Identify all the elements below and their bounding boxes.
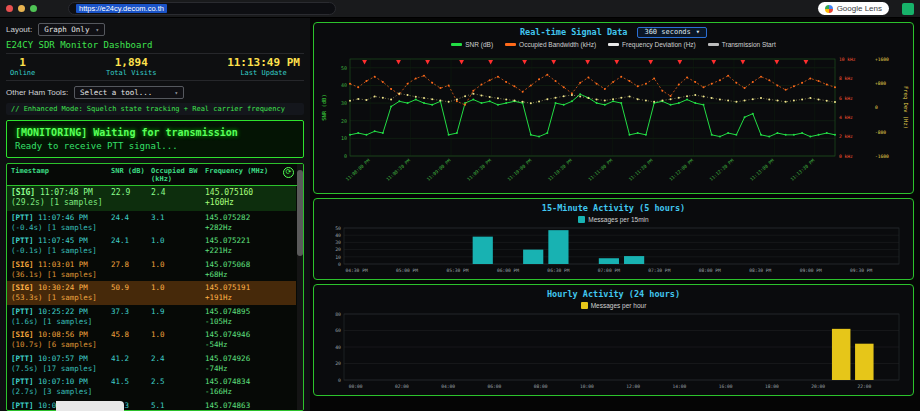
cell-frequency: 145.074946-54Hz [205, 330, 292, 350]
svg-text:11:12:30 PM: 11:12:30 PM [709, 158, 735, 182]
svg-text:60: 60 [335, 328, 341, 333]
stat-online: 1 Online [10, 57, 35, 77]
cell-snr: 50.9 [111, 283, 151, 303]
extension-icon[interactable] [902, 3, 914, 15]
legend-item[interactable]: Occupied Bandwidth (kHz) [505, 41, 596, 48]
signal-time: 10:08:56 PM [34, 330, 88, 339]
header-snr: SNR (dB) [111, 167, 151, 183]
legend-label: Frequency Deviation (Hz) [622, 41, 696, 48]
table-row[interactable]: [PTT] 10:07:10 PM(2.7s) [3 samples] 41.5… [7, 375, 296, 399]
legend-swatch [581, 302, 588, 309]
svg-text:11:11:00 PM: 11:11:00 PM [587, 158, 613, 182]
svg-text:10:00: 10:00 [580, 384, 594, 389]
hourly-activity-chart: 02040608000:0002:0004:0006:0008:0010:001… [318, 310, 909, 392]
chevron-down-icon: ▾ [95, 26, 99, 33]
frequency-value: 145.074946 [205, 330, 292, 340]
table-body: [SIG] 11:07:48 PM(29.2s) [1 samples] 22.… [7, 186, 303, 411]
signal-tag: [SIG] [11, 283, 34, 292]
table-scrollbar[interactable] [297, 164, 303, 410]
cell-timestamp: [PTT] 10:25:22 PM(1.6s) [1 samples] [11, 307, 111, 327]
signal-time: 11:07:48 PM [35, 188, 93, 197]
frequency-offset: +221Hz [205, 246, 292, 256]
svg-text:10 kHz: 10 kHz [839, 57, 856, 62]
svg-text:06:00: 06:00 [487, 384, 501, 389]
svg-text:20: 20 [335, 361, 341, 366]
window-maximize-icon[interactable] [30, 5, 37, 12]
cell-snr: 24.1 [111, 236, 151, 256]
cell-bw: 3.1 [151, 213, 205, 233]
legend-swatch [578, 216, 585, 223]
cell-frequency: 145.075160+160Hz [205, 188, 292, 209]
frequency-offset: -166Hz [205, 387, 292, 397]
header-occupied-bw: Occupied BW (kHz) [151, 167, 205, 183]
svg-text:07:00 PM: 07:00 PM [598, 268, 620, 273]
browser-toolbar: https://e24cy.decom.co.th Google Lens [0, 0, 920, 18]
table-row[interactable]: [PTT] 10:25:22 PM(1.6s) [1 samples] 37.3… [7, 305, 296, 329]
tools-select[interactable]: Select a tool... ▾ [74, 86, 184, 99]
signal-tag: [PTT] [11, 307, 34, 316]
svg-text:+800: +800 [875, 81, 886, 86]
svg-text:+1600: +1600 [875, 57, 889, 62]
svg-text:11:09:30 PM: 11:09:30 PM [466, 158, 492, 182]
frequency-offset: +282Hz [205, 223, 292, 233]
legend-item[interactable]: Frequency Deviation (Hz) [608, 41, 696, 48]
table-row[interactable]: [PTT] 11:07:45 PM(-0.1s) [1 samples] 24.… [7, 234, 296, 258]
signal-duration: (10.7s) [6 samples] [11, 340, 111, 350]
monitoring-status-line2: Ready to receive PTT signal... [15, 141, 295, 151]
stat-total-visits-value: 1,894 [106, 57, 157, 69]
legend-label: Transmission Start [722, 41, 776, 48]
layout-select[interactable]: Graph Only ▾ [38, 23, 105, 36]
frequency-offset: +68Hz [205, 270, 292, 280]
signal-tag: [SIG] [11, 330, 34, 339]
fifteen-min-chart-title: 15-Minute Activity (5 hours) [542, 203, 685, 213]
table-row[interactable]: [PTT] 10:06:45 PM(5.6s) [1 samples] 45.3… [7, 399, 296, 411]
cell-snr: 45.8 [111, 330, 151, 350]
table-row[interactable]: [SIG] 10:08:56 PM(10.7s) [6 samples] 45.… [7, 328, 296, 352]
table-header: Timestamp SNR (dB) Occupied BW (kHz) Fre… [7, 164, 303, 186]
signal-tag: [PTT] [11, 377, 34, 386]
svg-text:08:00: 08:00 [534, 384, 548, 389]
svg-text:22:00: 22:00 [857, 384, 871, 389]
svg-text:05:00 PM: 05:00 PM [396, 268, 418, 273]
legend-item[interactable]: SNR (dB) [451, 41, 493, 48]
frequency-value: 145.075221 [205, 236, 292, 246]
table-row[interactable]: [SIG] 10:30:24 PM(53.3s) [1 samples] 50.… [7, 281, 296, 305]
time-range-select[interactable]: 360 seconds ▾ [637, 27, 707, 38]
legend-item[interactable]: Messages per 15min [578, 216, 648, 223]
chevron-down-icon: ▾ [174, 89, 178, 96]
cell-bw: 2.4 [151, 188, 205, 209]
legend-swatch [708, 43, 719, 46]
frequency-value: 145.074926 [205, 354, 292, 364]
window-minimize-icon[interactable] [18, 5, 25, 12]
cell-bw: 1.9 [151, 307, 205, 327]
table-row[interactable]: [SIG] 11:03:01 PM(36.1s) [1 samples] 27.… [7, 258, 296, 282]
google-lens-button[interactable]: Google Lens [818, 2, 889, 15]
cell-bw: 5.1 [151, 401, 205, 411]
hourly-chart-legend: Messages per hour [318, 300, 909, 310]
cell-bw: 1.0 [151, 283, 205, 303]
address-bar[interactable]: https://e24cy.decom.co.th [68, 2, 336, 15]
svg-text:07:30 PM: 07:30 PM [648, 268, 670, 273]
signal-duration: (2.7s) [3 samples] [11, 387, 111, 397]
svg-text:11:11:30 PM: 11:11:30 PM [628, 158, 654, 182]
signal-duration: (7.5s) [17 samples] [11, 364, 111, 374]
frequency-value: 145.075191 [205, 283, 292, 293]
svg-text:08:00 PM: 08:00 PM [699, 268, 721, 273]
table-row[interactable]: [SIG] 11:07:48 PM(29.2s) [1 samples] 22.… [7, 186, 296, 211]
scrollbar-thumb[interactable] [297, 170, 303, 256]
legend-item[interactable]: Messages per hour [581, 302, 647, 309]
legend-item[interactable]: Transmission Start [708, 41, 776, 48]
svg-text:04:30 PM: 04:30 PM [346, 268, 368, 273]
page-title: E24CY SDR Monitor Dashboard [6, 40, 304, 50]
table-row[interactable]: [PTT] 10:07:57 PM(7.5s) [17 samples] 41.… [7, 352, 296, 376]
svg-text:30: 30 [335, 240, 341, 245]
svg-text:00:00: 00:00 [349, 384, 363, 389]
window-close-icon[interactable] [6, 5, 13, 12]
chevron-down-icon: ▾ [696, 28, 700, 36]
monitoring-status-box: [MONITORING] Waiting for transmission Re… [6, 120, 304, 158]
table-row[interactable]: [PTT] 11:07:46 PM(-0.4s) [1 samples] 24.… [7, 211, 296, 235]
svg-text:18:00: 18:00 [765, 384, 779, 389]
frequency-offset: +160Hz [205, 198, 292, 208]
cell-frequency: 145.074863-137Hz [205, 401, 292, 411]
signal-time: 11:03:01 PM [34, 260, 88, 269]
